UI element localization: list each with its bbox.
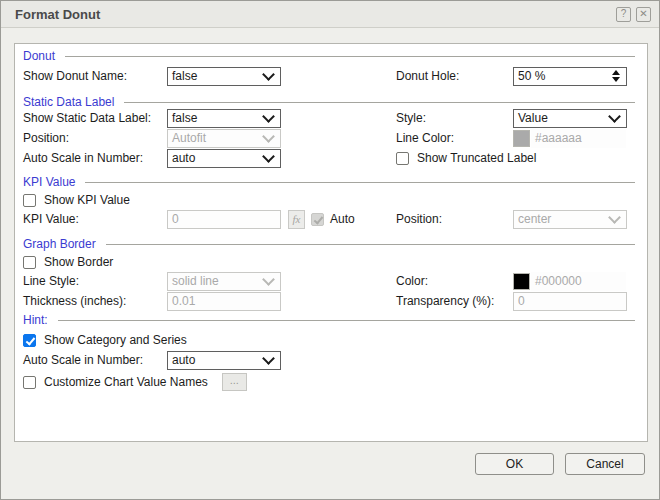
- thickness-label: Thickness (inches):: [23, 294, 126, 308]
- row-hint-scale: Auto Scale in Number: auto: [15, 350, 647, 370]
- input-value: 0.01: [172, 294, 195, 308]
- chevron-down-icon: [262, 352, 275, 365]
- chevron-down-icon: [262, 110, 275, 123]
- style-select[interactable]: Value: [513, 109, 627, 128]
- kpi-position-select: center: [513, 210, 627, 229]
- section-title: Hint:: [23, 313, 48, 327]
- select-value: center: [518, 212, 551, 226]
- select-value: auto: [172, 151, 195, 165]
- show-category-series-label: Show Category and Series: [44, 333, 187, 347]
- show-kpi-value-checkbox[interactable]: Show KPI Value: [23, 193, 130, 207]
- style-label: Style:: [396, 111, 426, 125]
- section-title: Donut: [23, 49, 55, 63]
- line-color-input: #aaaaaa: [531, 129, 626, 148]
- row-border-1: Line Style: solid line Color: #000000: [15, 271, 647, 291]
- input-value: #aaaaaa: [535, 131, 582, 145]
- thickness-input: 0.01: [167, 292, 281, 311]
- border-color-swatch: [513, 273, 530, 290]
- fx-button: fx: [288, 210, 305, 229]
- show-border-label: Show Border: [44, 255, 113, 269]
- dialog-footer: OK Cancel: [475, 453, 645, 475]
- row-donut: Show Donut Name: false Donut Hole: 50 %: [15, 66, 647, 86]
- hint-auto-scale-label: Auto Scale in Number:: [23, 353, 143, 367]
- row-sdl-2: Position: Autofit Line Color: #aaaaaa: [15, 128, 647, 148]
- close-button[interactable]: ✕: [636, 7, 651, 22]
- select-value: solid line: [172, 274, 219, 288]
- auto-checkbox: Auto: [311, 212, 355, 226]
- chevron-down-icon: [608, 110, 621, 123]
- section-divider: [106, 244, 635, 245]
- row-kpi-check: Show KPI Value: [15, 190, 647, 210]
- spinner-down-icon[interactable]: [612, 77, 620, 82]
- line-color-label: Line Color:: [396, 131, 454, 145]
- section-title: Static Data Label: [23, 95, 114, 109]
- section-title: Graph Border: [23, 237, 96, 251]
- help-button[interactable]: ?: [616, 7, 631, 22]
- position-label: Position:: [23, 131, 69, 145]
- row-border-check: Show Border: [15, 252, 647, 272]
- spinner-arrows[interactable]: [612, 70, 620, 82]
- checkbox-icon: [396, 152, 409, 165]
- show-kpi-value-label: Show KPI Value: [44, 193, 130, 207]
- ellipsis-button: ...: [222, 373, 247, 391]
- customize-chart-value-names-checkbox[interactable]: Customize Chart Value Names: [23, 375, 208, 389]
- input-value: 0: [518, 294, 525, 308]
- section-divider: [65, 56, 635, 57]
- chevron-down-icon: [262, 150, 275, 163]
- transparency-label: Transparency (%):: [396, 294, 494, 308]
- show-static-data-label-select[interactable]: false: [167, 109, 281, 128]
- section-header-hint: Hint:: [15, 312, 647, 328]
- show-donut-name-label: Show Donut Name:: [23, 69, 127, 83]
- select-value: Value: [518, 111, 548, 125]
- donut-hole-spinner[interactable]: 50 %: [513, 67, 627, 86]
- kpi-value-input: 0: [167, 210, 281, 229]
- window-titlebar: Format Donut ? ✕: [1, 1, 659, 28]
- border-color-label: Color:: [396, 274, 428, 288]
- spinner-value: 50 %: [518, 69, 545, 83]
- row-border-2: Thickness (inches): 0.01 Transparency (%…: [15, 291, 647, 311]
- auto-label: Auto: [330, 212, 355, 226]
- spinner-up-icon[interactable]: [612, 70, 620, 75]
- select-value: false: [172, 69, 197, 83]
- line-color-swatch: [513, 130, 530, 147]
- format-donut-dialog: Format Donut ? ✕ Donut Show Donut Name: …: [0, 0, 660, 500]
- chevron-down-icon: [262, 273, 275, 286]
- hint-auto-scale-select[interactable]: auto: [167, 351, 281, 370]
- border-color-input: #000000: [531, 272, 626, 291]
- row-sdl-1: Show Static Data Label: false Style: Val…: [15, 108, 647, 128]
- select-value: false: [172, 111, 197, 125]
- help-icon: ?: [621, 8, 627, 19]
- position-select: Autofit: [167, 129, 281, 148]
- show-truncated-checkbox[interactable]: Show Truncated Label: [396, 151, 536, 165]
- line-style-label: Line Style:: [23, 274, 79, 288]
- show-category-series-checkbox[interactable]: Show Category and Series: [23, 333, 187, 347]
- checkbox-checked-icon: [23, 334, 36, 347]
- donut-hole-label: Donut Hole:: [396, 69, 459, 83]
- line-style-select: solid line: [167, 272, 281, 291]
- kpi-value-label: KPI Value:: [23, 212, 79, 226]
- show-border-checkbox[interactable]: Show Border: [23, 255, 113, 269]
- section-header-donut: Donut: [15, 48, 647, 64]
- section-title: KPI Value: [23, 175, 75, 189]
- dialog-body: Donut Show Donut Name: false Donut Hole:…: [14, 43, 648, 442]
- section-divider: [85, 182, 635, 183]
- row-hint-custom: Customize Chart Value Names ...: [15, 372, 647, 392]
- input-value: #000000: [535, 274, 582, 288]
- section-divider: [124, 102, 635, 103]
- show-donut-name-select[interactable]: false: [167, 67, 281, 86]
- ok-button[interactable]: OK: [475, 453, 554, 475]
- input-value: 0: [172, 212, 179, 226]
- select-value: Autofit: [172, 131, 206, 145]
- checkbox-icon: [23, 194, 36, 207]
- show-truncated-label: Show Truncated Label: [417, 151, 536, 165]
- select-value: auto: [172, 353, 195, 367]
- cancel-button[interactable]: Cancel: [565, 453, 645, 475]
- checkbox-checked-disabled-icon: [311, 213, 324, 226]
- row-kpi-value: KPI Value: 0 fx Auto Position: center: [15, 209, 647, 229]
- kpi-position-label: Position:: [396, 212, 442, 226]
- row-hint-check: Show Category and Series: [15, 330, 647, 350]
- section-header-kpi-value: KPI Value: [15, 174, 647, 190]
- row-sdl-3: Auto Scale in Number: auto Show Truncate…: [15, 148, 647, 168]
- transparency-input: 0: [513, 292, 627, 311]
- auto-scale-select[interactable]: auto: [167, 149, 281, 168]
